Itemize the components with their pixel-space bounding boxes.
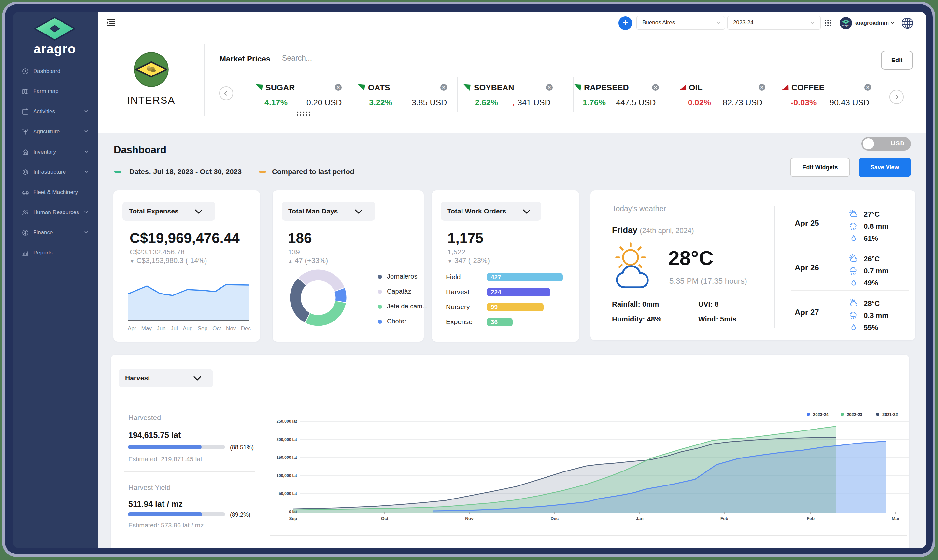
svg-text:Mar: Mar (892, 516, 900, 521)
svg-text:Feb: Feb (720, 516, 728, 521)
svg-text:50,000 lat: 50,000 lat (279, 491, 297, 496)
svg-text:150,000 lat: 150,000 lat (276, 455, 297, 460)
svg-text:250,000 lat: 250,000 lat (276, 419, 297, 424)
svg-text:2022-23: 2022-23 (847, 412, 862, 417)
svg-text:Feb: Feb (807, 516, 815, 521)
svg-text:Sep: Sep (289, 516, 297, 521)
svg-text:Nov: Nov (465, 516, 474, 521)
svg-text:100,000 lat: 100,000 lat (276, 474, 297, 478)
svg-text:200,000 lat: 200,000 lat (276, 437, 297, 442)
svg-text:2023-24: 2023-24 (813, 412, 828, 417)
svg-text:Dec: Dec (551, 516, 559, 521)
svg-text:2021-22: 2021-22 (882, 412, 898, 417)
svg-text:Jan: Jan (636, 516, 643, 521)
svg-text:Oct: Oct (381, 516, 389, 521)
